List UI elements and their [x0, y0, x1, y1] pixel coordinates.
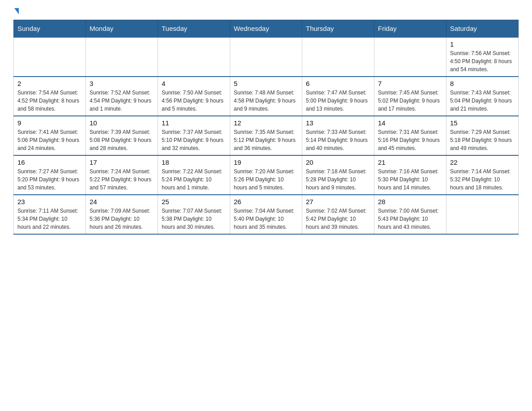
calendar-cell — [86, 37, 158, 77]
day-info: Sunrise: 7:41 AM Sunset: 5:06 PM Dayligh… — [17, 128, 82, 152]
day-info: Sunrise: 7:39 AM Sunset: 5:08 PM Dayligh… — [90, 128, 154, 152]
calendar-cell: 28Sunrise: 7:00 AM Sunset: 5:43 PM Dayli… — [374, 195, 446, 234]
calendar-cell: 6Sunrise: 7:47 AM Sunset: 5:00 PM Daylig… — [302, 77, 374, 116]
calendar-cell: 19Sunrise: 7:20 AM Sunset: 5:26 PM Dayli… — [230, 155, 302, 195]
day-number: 5 — [234, 80, 298, 87]
calendar-week-4: 16Sunrise: 7:27 AM Sunset: 5:20 PM Dayli… — [14, 155, 519, 195]
weekday-header-friday: Friday — [374, 20, 446, 38]
day-number: 24 — [90, 198, 154, 206]
day-info: Sunrise: 7:14 AM Sunset: 5:32 PM Dayligh… — [450, 167, 515, 192]
day-info: Sunrise: 7:31 AM Sunset: 5:16 PM Dayligh… — [378, 128, 442, 152]
day-number: 10 — [90, 119, 154, 127]
calendar-cell — [230, 37, 302, 77]
calendar-week-2: 2Sunrise: 7:54 AM Sunset: 4:52 PM Daylig… — [14, 77, 519, 116]
calendar-cell: 26Sunrise: 7:04 AM Sunset: 5:40 PM Dayli… — [230, 195, 302, 234]
day-number: 1 — [450, 40, 515, 48]
weekday-header-wednesday: Wednesday — [230, 20, 302, 38]
day-number: 8 — [450, 80, 515, 87]
day-info: Sunrise: 7:45 AM Sunset: 5:02 PM Dayligh… — [378, 89, 442, 113]
calendar-cell: 24Sunrise: 7:09 AM Sunset: 5:36 PM Dayli… — [86, 195, 158, 234]
day-number: 16 — [17, 158, 82, 166]
day-number: 20 — [306, 158, 370, 166]
logo-arrow-icon — [14, 8, 19, 14]
day-number: 27 — [306, 198, 370, 206]
day-info: Sunrise: 7:52 AM Sunset: 4:54 PM Dayligh… — [90, 89, 154, 113]
day-info: Sunrise: 7:47 AM Sunset: 5:00 PM Dayligh… — [306, 89, 370, 113]
day-info: Sunrise: 7:35 AM Sunset: 5:12 PM Dayligh… — [234, 128, 298, 152]
weekday-header-monday: Monday — [86, 20, 158, 38]
calendar-cell: 1Sunrise: 7:56 AM Sunset: 4:50 PM Daylig… — [446, 37, 519, 77]
day-info: Sunrise: 7:24 AM Sunset: 5:22 PM Dayligh… — [90, 167, 154, 192]
calendar-cell — [374, 37, 446, 77]
day-number: 6 — [306, 80, 370, 87]
day-info: Sunrise: 7:04 AM Sunset: 5:40 PM Dayligh… — [234, 207, 298, 231]
calendar-cell: 4Sunrise: 7:50 AM Sunset: 4:56 PM Daylig… — [158, 77, 230, 116]
weekday-header-sunday: Sunday — [14, 20, 86, 38]
day-info: Sunrise: 7:22 AM Sunset: 5:24 PM Dayligh… — [162, 167, 226, 192]
day-info: Sunrise: 7:02 AM Sunset: 5:42 PM Dayligh… — [306, 207, 370, 231]
day-number: 11 — [162, 119, 226, 127]
day-info: Sunrise: 7:48 AM Sunset: 4:58 PM Dayligh… — [234, 89, 298, 113]
calendar-cell: 12Sunrise: 7:35 AM Sunset: 5:12 PM Dayli… — [230, 116, 302, 155]
day-number: 14 — [378, 119, 442, 127]
calendar-cell: 10Sunrise: 7:39 AM Sunset: 5:08 PM Dayli… — [86, 116, 158, 155]
day-number: 23 — [17, 198, 82, 206]
calendar-cell: 3Sunrise: 7:52 AM Sunset: 4:54 PM Daylig… — [86, 77, 158, 116]
day-info: Sunrise: 7:56 AM Sunset: 4:50 PM Dayligh… — [450, 49, 515, 73]
calendar-week-5: 23Sunrise: 7:11 AM Sunset: 5:34 PM Dayli… — [14, 195, 519, 234]
day-number: 18 — [162, 158, 226, 166]
calendar-cell: 20Sunrise: 7:18 AM Sunset: 5:28 PM Dayli… — [302, 155, 374, 195]
calendar-cell: 2Sunrise: 7:54 AM Sunset: 4:52 PM Daylig… — [14, 77, 86, 116]
day-info: Sunrise: 7:00 AM Sunset: 5:43 PM Dayligh… — [378, 207, 442, 231]
calendar-week-3: 9Sunrise: 7:41 AM Sunset: 5:06 PM Daylig… — [14, 116, 519, 155]
day-info: Sunrise: 7:54 AM Sunset: 4:52 PM Dayligh… — [17, 89, 82, 113]
day-info: Sunrise: 7:18 AM Sunset: 5:28 PM Dayligh… — [306, 167, 370, 192]
day-number: 3 — [90, 80, 154, 87]
day-info: Sunrise: 7:07 AM Sunset: 5:38 PM Dayligh… — [162, 207, 226, 231]
day-info: Sunrise: 7:20 AM Sunset: 5:26 PM Dayligh… — [234, 167, 298, 192]
calendar-week-1: 1Sunrise: 7:56 AM Sunset: 4:50 PM Daylig… — [14, 37, 519, 77]
calendar-cell: 23Sunrise: 7:11 AM Sunset: 5:34 PM Dayli… — [14, 195, 86, 234]
calendar-cell: 27Sunrise: 7:02 AM Sunset: 5:42 PM Dayli… — [302, 195, 374, 234]
day-info: Sunrise: 7:11 AM Sunset: 5:34 PM Dayligh… — [17, 207, 82, 231]
calendar-cell — [446, 195, 519, 234]
logo — [13, 9, 19, 15]
calendar-cell: 18Sunrise: 7:22 AM Sunset: 5:24 PM Dayli… — [158, 155, 230, 195]
calendar-header-row: SundayMondayTuesdayWednesdayThursdayFrid… — [14, 20, 519, 38]
calendar-cell: 16Sunrise: 7:27 AM Sunset: 5:20 PM Dayli… — [14, 155, 86, 195]
page-header — [13, 9, 519, 15]
day-number: 25 — [162, 198, 226, 206]
day-number: 13 — [306, 119, 370, 127]
day-number: 12 — [234, 119, 298, 127]
day-info: Sunrise: 7:37 AM Sunset: 5:10 PM Dayligh… — [162, 128, 226, 152]
day-info: Sunrise: 7:27 AM Sunset: 5:20 PM Dayligh… — [17, 167, 82, 192]
calendar-cell — [14, 37, 86, 77]
calendar-cell: 13Sunrise: 7:33 AM Sunset: 5:14 PM Dayli… — [302, 116, 374, 155]
day-number: 9 — [17, 119, 82, 127]
calendar-cell: 21Sunrise: 7:16 AM Sunset: 5:30 PM Dayli… — [374, 155, 446, 195]
day-info: Sunrise: 7:50 AM Sunset: 4:56 PM Dayligh… — [162, 89, 226, 113]
day-number: 22 — [450, 158, 515, 166]
calendar-cell: 8Sunrise: 7:43 AM Sunset: 5:04 PM Daylig… — [446, 77, 519, 116]
day-number: 28 — [378, 198, 442, 206]
day-info: Sunrise: 7:43 AM Sunset: 5:04 PM Dayligh… — [450, 89, 515, 113]
day-number: 26 — [234, 198, 298, 206]
day-info: Sunrise: 7:33 AM Sunset: 5:14 PM Dayligh… — [306, 128, 370, 152]
day-number: 19 — [234, 158, 298, 166]
calendar-cell: 11Sunrise: 7:37 AM Sunset: 5:10 PM Dayli… — [158, 116, 230, 155]
day-number: 7 — [378, 80, 442, 87]
day-info: Sunrise: 7:29 AM Sunset: 5:18 PM Dayligh… — [450, 128, 515, 152]
day-number: 4 — [162, 80, 226, 87]
calendar-cell: 17Sunrise: 7:24 AM Sunset: 5:22 PM Dayli… — [86, 155, 158, 195]
weekday-header-saturday: Saturday — [446, 20, 519, 38]
calendar-cell — [302, 37, 374, 77]
calendar-cell: 22Sunrise: 7:14 AM Sunset: 5:32 PM Dayli… — [446, 155, 519, 195]
calendar-cell: 9Sunrise: 7:41 AM Sunset: 5:06 PM Daylig… — [14, 116, 86, 155]
calendar-table: SundayMondayTuesdayWednesdayThursdayFrid… — [13, 20, 519, 235]
calendar-cell: 7Sunrise: 7:45 AM Sunset: 5:02 PM Daylig… — [374, 77, 446, 116]
calendar-cell: 5Sunrise: 7:48 AM Sunset: 4:58 PM Daylig… — [230, 77, 302, 116]
day-info: Sunrise: 7:09 AM Sunset: 5:36 PM Dayligh… — [90, 207, 154, 231]
day-number: 21 — [378, 158, 442, 166]
calendar-cell: 25Sunrise: 7:07 AM Sunset: 5:38 PM Dayli… — [158, 195, 230, 234]
calendar-cell — [158, 37, 230, 77]
